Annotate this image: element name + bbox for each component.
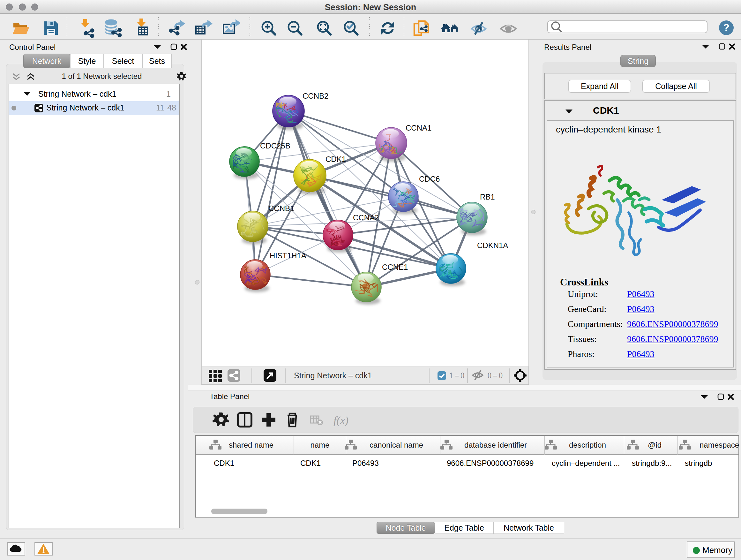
svg-text:f(x): f(x) [333, 415, 348, 427]
svg-text:CCNE1: CCNE1 [382, 263, 408, 271]
svg-text:CCNA2: CCNA2 [353, 213, 379, 222]
svg-text:String Network – cdk1: String Network – cdk1 [294, 371, 372, 380]
svg-text:CDKN1A: CDKN1A [477, 241, 508, 250]
svg-text:0 – 0: 0 – 0 [488, 371, 502, 380]
svg-text:RB1: RB1 [480, 192, 495, 201]
svg-text:CDC6: CDC6 [419, 175, 440, 183]
svg-text:CCNB1: CCNB1 [268, 204, 294, 212]
svg-text:CDK1: CDK1 [326, 155, 346, 164]
svg-text:HIST1H1A: HIST1H1A [270, 251, 307, 260]
svg-text:CDC25B: CDC25B [260, 141, 290, 150]
svg-text:1 – 0: 1 – 0 [449, 371, 464, 380]
svg-text:CCNA1: CCNA1 [406, 124, 431, 132]
svg-text:CCNB2: CCNB2 [302, 91, 328, 100]
